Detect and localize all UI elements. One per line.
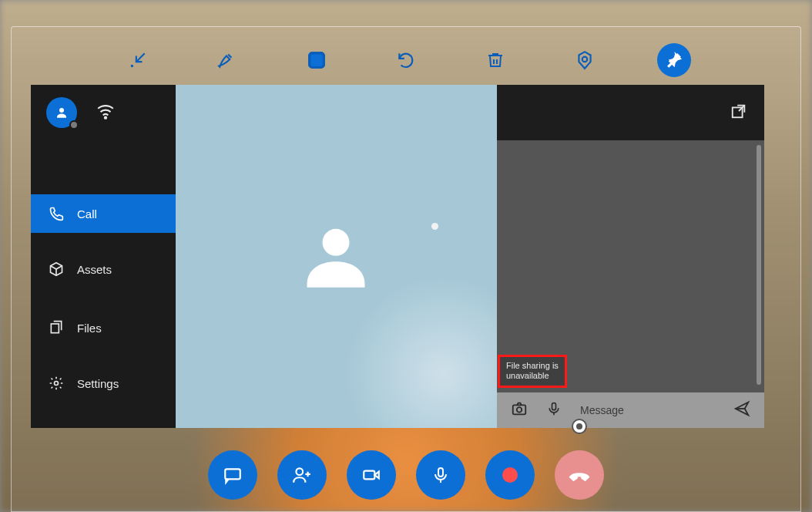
sidebar-item-label: Files: [77, 322, 102, 335]
file-sharing-tooltip: File sharing is unavailable: [498, 355, 567, 389]
annotation-toolbar: [11, 37, 801, 83]
recording-indicator: [572, 419, 587, 434]
scrollbar[interactable]: [757, 145, 761, 385]
tooltip-text: File sharing is unavailable: [506, 361, 559, 381]
arrow-in-icon[interactable]: [121, 43, 155, 77]
call-controls: [0, 450, 812, 500]
target-icon[interactable]: [568, 43, 602, 77]
svg-rect-21: [364, 471, 374, 480]
svg-line-0: [136, 53, 145, 62]
sidebar-item-settings[interactable]: Settings: [31, 364, 176, 403]
sidebar-item-label: Assets: [77, 263, 112, 276]
sidebar: Call Assets Files Settings: [31, 85, 176, 428]
sidebar-header: [31, 85, 176, 140]
chat-header: [497, 85, 764, 140]
chat-body: File sharing is unavailable: [497, 140, 764, 392]
svg-point-9: [55, 382, 59, 386]
hangup-button[interactable]: [555, 450, 604, 500]
chat-input-row: [497, 392, 764, 428]
svg-point-1: [131, 65, 133, 67]
gear-icon: [48, 376, 65, 391]
sidebar-item-assets[interactable]: Assets: [31, 250, 176, 288]
microphone-button[interactable]: [416, 450, 465, 500]
trash-icon[interactable]: [478, 43, 512, 77]
pointer-dot: [431, 223, 438, 230]
phone-icon: [48, 206, 65, 221]
svg-rect-17: [225, 469, 240, 479]
sidebar-item-label: Call: [77, 207, 97, 221]
sidebar-item-call[interactable]: Call: [31, 194, 176, 233]
svg-rect-22: [438, 468, 443, 477]
microphone-icon[interactable]: [546, 401, 562, 419]
wifi-icon[interactable]: [96, 101, 116, 124]
svg-marker-4: [579, 52, 590, 69]
app-window: Call Assets Files Settings: [31, 85, 764, 428]
square-icon[interactable]: [300, 43, 334, 77]
remote-avatar-icon: [297, 217, 374, 297]
svg-rect-14: [552, 403, 556, 410]
pin-button[interactable]: [657, 43, 691, 77]
status-dot: [69, 120, 79, 130]
add-person-button[interactable]: [277, 450, 327, 500]
send-icon[interactable]: [733, 400, 750, 420]
svg-point-7: [105, 117, 106, 119]
svg-point-6: [59, 108, 64, 113]
video-button[interactable]: [347, 450, 396, 500]
files-icon: [48, 320, 65, 335]
chat-button[interactable]: [208, 450, 257, 500]
svg-point-18: [296, 468, 303, 475]
svg-rect-12: [513, 405, 526, 414]
open-external-icon[interactable]: [730, 103, 747, 123]
camera-icon[interactable]: [511, 400, 528, 420]
svg-rect-2: [310, 53, 324, 68]
chat-panel: File sharing is unavailable: [497, 85, 764, 428]
sidebar-item-label: Settings: [77, 377, 119, 390]
video-area[interactable]: [176, 85, 497, 428]
record-button[interactable]: [485, 450, 535, 500]
svg-point-10: [323, 228, 350, 255]
box-icon: [48, 261, 65, 277]
svg-point-5: [582, 57, 588, 62]
message-input[interactable]: [580, 404, 715, 416]
avatar[interactable]: [46, 97, 77, 128]
svg-rect-8: [51, 324, 59, 333]
svg-point-13: [517, 407, 522, 412]
pen-icon[interactable]: [210, 43, 244, 77]
sidebar-item-files[interactable]: Files: [31, 308, 176, 347]
undo-icon[interactable]: [389, 43, 423, 77]
